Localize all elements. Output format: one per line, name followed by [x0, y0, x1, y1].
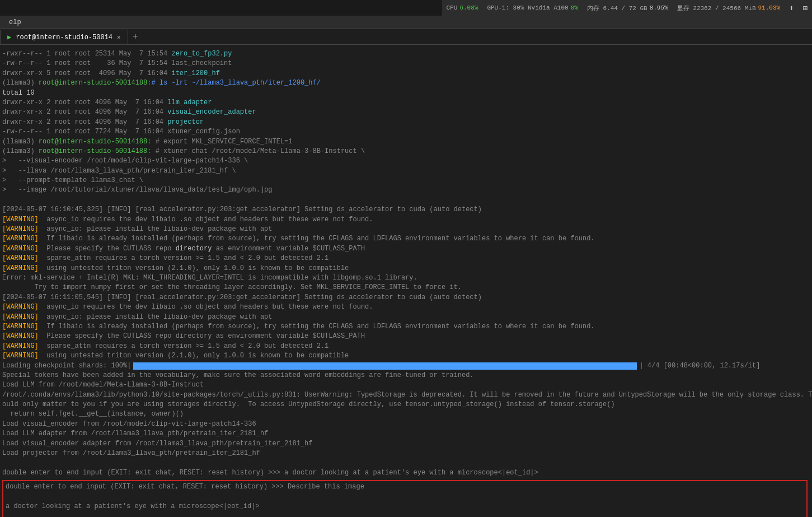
terminal-line: Load visual_encoder adapter from /root/l…	[2, 439, 808, 449]
highlighted-conversation: double enter to end input (EXIT: exit ch…	[2, 480, 808, 517]
terminal-line: -rwxr--r-- 1 root root 25314 May 7 15:54…	[2, 49, 808, 59]
terminal-line: [2024-05-07 16:11:05,545] [INFO] [real_a…	[2, 293, 808, 302]
terminal-line	[2, 458, 808, 468]
memory-label: 内存 6.44 / 72 GB	[587, 4, 647, 12]
terminal-line: return self.fget.__get__(instance, owner…	[2, 409, 808, 419]
terminal-line: > --visual-encoder /root/model/clip-vit-…	[2, 156, 808, 166]
terminal-error: Error: mkl-service + Intel(R) MKL: MKL_T…	[2, 273, 808, 283]
terminal-line: Load visual_encoder from /root/model/cli…	[2, 420, 808, 429]
terminal-line: Load projector from /root/llama3_llava_p…	[2, 449, 808, 458]
memory-metric: 内存 6.44 / 72 GB 8.95%	[587, 4, 668, 12]
terminal-line: ould only matter to you if you are using…	[2, 400, 808, 409]
menu-help[interactable]: elp	[4, 17, 26, 27]
terminal-line: Load LLM adapter from /root/llama3_llava…	[2, 429, 808, 439]
cpu-value: 6.08%	[459, 4, 478, 11]
terminal-warning: [WARNING] Please specify the CUTLASS rep…	[2, 244, 808, 254]
tab-close-button[interactable]: ✕	[117, 34, 121, 41]
cpu-metric: CPU 6.08%	[447, 4, 478, 11]
terminal-line	[6, 511, 804, 517]
upload-icon[interactable]: ⬆	[789, 3, 794, 13]
terminal-line: > --prompt-template llama3_chat \	[2, 176, 808, 185]
terminal-area[interactable]: -rwxr--r-- 1 root root 25314 May 7 15:54…	[0, 45, 812, 517]
terminal-line	[6, 492, 804, 502]
terminal-line: Special tokens have been added in the vo…	[2, 371, 808, 380]
terminal-line: -rw-r--r-- 1 root root 36 May 7 15:54 la…	[2, 59, 808, 68]
system-bar: CPU 6.08% GPU-1: 30% Nvidia A100 0% 内存 6…	[442, 0, 812, 16]
gpu-label: GPU-1: 30% Nvidia A100	[487, 4, 568, 11]
terminal-line: -rw-r--r-- 1 root root 7724 May 7 16:04 …	[2, 127, 808, 137]
grid-icon[interactable]: ⊞	[803, 3, 808, 13]
display-label: 显存 22362 / 24566 MiB	[677, 4, 756, 12]
display-metric: 显存 22362 / 24566 MiB 91.03%	[677, 4, 780, 12]
tab-bar: ▶ root@intern-studio-50014 ✕ +	[0, 29, 812, 45]
terminal-line: double enter to end input (EXIT: exit ch…	[2, 468, 808, 478]
terminal-warning: [WARNING] async_io: please install the l…	[2, 313, 808, 322]
terminal-warning: [WARNING] sparse_attn requires a torch v…	[2, 254, 808, 263]
terminal-warning: [WARNING] Please specify the CUTLASS rep…	[2, 332, 808, 341]
terminal-warning: [WARNING] using untested triton version …	[2, 351, 808, 361]
terminal-line: > --image /root/tutorial/xtuner/llava/ll…	[2, 185, 808, 195]
tab-icon: ▶	[7, 33, 11, 41]
progress-bar-line: Loading checkpoint shards: 100%| | 4/4 […	[2, 361, 808, 371]
terminal-warning: [WARNING] using untested triton version …	[2, 264, 808, 273]
gpu-metric: GPU-1: 30% Nvidia A100 0%	[487, 4, 578, 11]
terminal-line: total 10	[2, 89, 808, 98]
menu-bar: elp	[0, 16, 812, 29]
terminal-line: /root/.conda/envs/llama3/lib/python3.10/…	[2, 390, 808, 400]
memory-percent: 8.95%	[650, 4, 668, 11]
terminal-line	[2, 195, 808, 205]
terminal-line: Load LLM from /root/model/Meta-Llama-3-8…	[2, 380, 808, 390]
terminal-line: drwxr-xr-x 2 root root 4096 May 7 16:04 …	[2, 98, 808, 108]
terminal-line: [2024-05-07 16:10:45,325] [INFO] [real_a…	[2, 205, 808, 215]
terminal-line: (llama3) root@intern-studio-50014188:# l…	[2, 78, 808, 88]
terminal-line: (llama3) root@intern-studio-50014188: # …	[2, 147, 808, 156]
terminal-line: drwxr-xr-x 5 root root 4096 May 7 16:04 …	[2, 69, 808, 78]
cpu-label: CPU	[447, 4, 458, 11]
terminal-line: drwxr-xr-x 2 root root 4096 May 7 16:04 …	[2, 118, 808, 127]
terminal-warning: [WARNING] If libaio is already installed…	[2, 322, 808, 332]
conversation-prompt-1: double enter to end input (EXIT: exit ch…	[6, 482, 804, 492]
terminal-line: drwxr-xr-x 2 root root 4096 May 7 16:04 …	[2, 108, 808, 117]
new-tab-button[interactable]: +	[128, 30, 143, 44]
tab-label: root@intern-studio-50014	[16, 34, 112, 41]
terminal-warning: [WARNING] async_io: please install the l…	[2, 225, 808, 234]
terminal-line: Try to import numpy first or set the thr…	[2, 283, 808, 292]
terminal-warning: [WARNING] async_io requires the dev liba…	[2, 302, 808, 312]
progress-bar	[133, 362, 637, 370]
conversation-response-1: a doctor looking at a patient's eye with…	[6, 502, 804, 511]
terminal-warning: [WARNING] async_io requires the dev liba…	[2, 215, 808, 225]
terminal-warning: [WARNING] sparse_attn requires a torch v…	[2, 342, 808, 351]
terminal-warning: [WARNING] If libaio is already installed…	[2, 234, 808, 244]
terminal-tab[interactable]: ▶ root@intern-studio-50014 ✕	[0, 30, 128, 44]
terminal-line: (llama3) root@intern-studio-50014188: # …	[2, 137, 808, 147]
display-percent: 91.03%	[758, 4, 781, 11]
gpu-value: 0%	[571, 4, 578, 11]
terminal-line: > --llava /root/llama3_llava_pth/pretrai…	[2, 166, 808, 176]
